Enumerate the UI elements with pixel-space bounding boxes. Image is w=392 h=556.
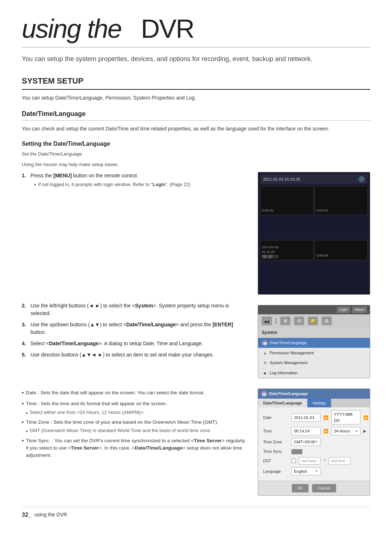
dialog-date-icon: 🔼 — [323, 415, 328, 421]
dialog-timesync-toggle[interactable] — [291, 449, 302, 454]
menu-item-permission[interactable]: ▲ Permission Management — [258, 348, 370, 358]
menu-item-permission-icon: ▲ — [262, 350, 268, 355]
subtitle-text: You can setup the system properties, dev… — [22, 54, 370, 64]
dot-2 — [275, 321, 277, 322]
menu-item-system[interactable]: ⚙ System Management — [258, 358, 370, 368]
menu-item-log[interactable]: ◆ Log Information — [258, 368, 370, 378]
menu-icon-event[interactable]: 🔔 — [308, 317, 318, 325]
section-title: SYSTEM SETUP — [22, 75, 370, 90]
dialog-date-format[interactable]: YYYY-MM-DD — [331, 410, 360, 424]
menu-icon-camera[interactable]: 📷 — [262, 317, 272, 325]
steps-list: 1. Press the [MENU] button on the remote… — [22, 172, 247, 190]
menu-items-list: ⏰ Date/Time/Language ▲ Permission Manage… — [258, 338, 370, 378]
dvr-screen-header: 2011-01-01 01:10:25 👤 — [260, 174, 368, 184]
section-intro: You can setup Date/Time/Language, Permis… — [22, 94, 370, 102]
bullets-and-dialog-row: Date : Sets the date that will appear on… — [22, 386, 370, 496]
menu-item-datetime[interactable]: ⏰ Date/Time/Language — [258, 338, 370, 348]
menu-item-log-label: Log Information — [270, 370, 297, 376]
menu-screen: Login Return 📷 🖥 ⚙ 🔔 🖧 System — [258, 305, 370, 379]
dvr-user-icon: 👤 — [358, 176, 365, 182]
menu-icon-system[interactable]: 🖧 — [322, 317, 332, 325]
step-5-text: Use direction buttons (▲▼◄ ►) to select … — [30, 352, 214, 358]
menu-icon-display[interactable]: 🖥 — [280, 317, 290, 325]
dialog-timezone-field: Time Zone GMT+09:00 — [263, 438, 365, 446]
bullet-timesync: Time Sync. : You can set the DVR's curre… — [22, 437, 247, 459]
dvr-grid: CAM 01 CAM 02 — [260, 186, 368, 238]
bullet-time-text: Time : Sets the time and its format that… — [26, 400, 167, 416]
step-1-sub-1: If not logged in, it prompts with login … — [34, 181, 247, 188]
bullet-time-note: Select either one from <24 Hours, 12 Hou… — [26, 409, 167, 416]
dialog-date-value[interactable]: 2011-01-01 — [291, 414, 320, 422]
step-1-sub: If not logged in, it prompts with login … — [34, 181, 247, 188]
bullet-timezone-text: Time Zone : Sets the time zone of your a… — [26, 419, 219, 434]
dialog-screen: ⏰ Date/Time/Language Date/Time/Language … — [258, 388, 370, 496]
dvr-cell-1: CAM 01 — [260, 186, 314, 215]
bullet-date: Date : Sets the date that will appear on… — [22, 389, 247, 397]
bullet-list: Date : Sets the date that will appear on… — [22, 389, 247, 459]
dvr-btn-3 — [274, 255, 279, 258]
step-5-content: Use direction buttons (▲▼◄ ►) to select … — [30, 351, 247, 359]
dialog-tab-datetime[interactable]: Date/Time/Language — [258, 399, 307, 408]
menu-item-datetime-label: Date/Time/Language — [270, 340, 307, 346]
steps2-and-menu-row: 2. Use the left/right buttons (◄ ►) to s… — [22, 302, 370, 379]
dialog-cancel-btn[interactable]: Cancel — [312, 484, 336, 492]
dvr-cam1-label: CAM 01 — [262, 208, 274, 213]
dot-3 — [275, 322, 277, 323]
menu-icon-dots — [275, 319, 277, 323]
steps-list-2: 2. Use the left/right buttons (◄ ►) to s… — [22, 302, 247, 359]
step-4: 4. Select <Date/Time/Language>. A dialog… — [22, 340, 247, 347]
steps-column: 1. Press the [MENU] button on the remote… — [22, 172, 247, 193]
menu-item-log-icon: ◆ — [262, 370, 268, 375]
dialog-ok-btn[interactable]: Ok — [292, 484, 309, 492]
dvr-btn-1 — [262, 255, 267, 258]
login-btn[interactable]: Login — [337, 307, 350, 313]
dialog-time-format-arrow: ▶ — [363, 428, 366, 434]
dialog-date-label: Date — [263, 415, 289, 421]
bullet-timezone-note: GMT (Greenwich Mean Time) is standard Wo… — [26, 427, 219, 434]
step-3: 3. Use the up/down buttons (▲▼) to selec… — [22, 321, 247, 336]
dialog-timezone-value[interactable]: GMT+09:00 — [291, 438, 320, 446]
step-1-text: Press the [MENU] button on the remote co… — [30, 173, 138, 178]
page-footer-text: using the DVR — [34, 511, 67, 519]
dialog-dst-checkbox[interactable] — [291, 459, 296, 463]
menu-item-system-icon: ⚙ — [262, 360, 268, 366]
set-note: Set the Date/Time/Language — [22, 150, 370, 158]
step-4-text: Select <Date/Time/Language>. A dialog to… — [30, 341, 203, 346]
bullets-column: Date : Sets the date that will appear on… — [22, 386, 247, 463]
dialog-dst-end[interactable]: end time — [328, 457, 350, 465]
dialog-date-format-icon: 🔼 — [363, 415, 368, 421]
step-5-num: 5. — [22, 351, 28, 359]
dialog-tab-holiday[interactable]: Holiday — [307, 399, 331, 408]
dvr-time: 2011-01-01 01:10:25 — [263, 176, 300, 182]
main-title: using the DVR — [22, 15, 370, 48]
step-2-num: 2. — [22, 302, 28, 310]
dvr-cell-4: CAM 04 — [315, 240, 368, 260]
menu-icon-record[interactable]: ⚙ — [294, 317, 304, 325]
page-footer: 32_ using the DVR — [22, 507, 370, 519]
step-2-text: Use the left/right buttons (◄ ►) to sele… — [30, 303, 229, 316]
dialog-time-format[interactable]: 24 Hours — [331, 427, 360, 435]
subsection-intro: You can check and setup the current Date… — [22, 125, 370, 133]
dialog-timesync-field: Time Sync. — [263, 448, 365, 455]
dialog-titlebar: ⏰ Date/Time/Language — [258, 389, 370, 399]
bullet-timezone: Time Zone : Sets the time zone of your a… — [22, 419, 247, 434]
bullet-timesync-text: Time Sync. : You can set the DVR's curre… — [26, 437, 247, 459]
dvr-cam2-label: CAM 02 — [317, 208, 328, 213]
dialog-dst-subfields: start time ~ end time — [299, 457, 350, 465]
step-2-content: Use the left/right buttons (◄ ►) to sele… — [30, 302, 247, 317]
dialog-body: Date 2011-01-01 🔼 YYYY-MM-DD 🔼 Time 08:1… — [258, 407, 370, 481]
dialog-time-value[interactable]: 08:14:24 — [291, 427, 320, 435]
step-5: 5. Use direction buttons (▲▼◄ ►) to sele… — [22, 351, 247, 359]
subsection-title: Date/Time/Language — [22, 109, 370, 121]
dvr-cam4-label: CAM 04 — [317, 253, 328, 258]
dialog-language-value[interactable]: English — [291, 467, 320, 476]
steps-and-screen-row: 1. Press the [MENU] button on the remote… — [22, 172, 370, 295]
step-3-text: Use the up/down buttons (▲▼) to select <… — [30, 322, 233, 335]
dialog-title-text: Date/Time/Language — [269, 391, 308, 397]
return-btn[interactable]: Return — [352, 307, 367, 313]
mouse-note: Using the mouse may help make setup easi… — [22, 161, 370, 168]
menu-topbar: Login Return — [258, 305, 370, 315]
dialog-date-field: Date 2011-01-01 🔼 YYYY-MM-DD 🔼 — [263, 410, 365, 424]
dialog-dst-start[interactable]: start time — [299, 457, 320, 465]
step-4-content: Select <Date/Time/Language>. A dialog to… — [30, 340, 247, 347]
